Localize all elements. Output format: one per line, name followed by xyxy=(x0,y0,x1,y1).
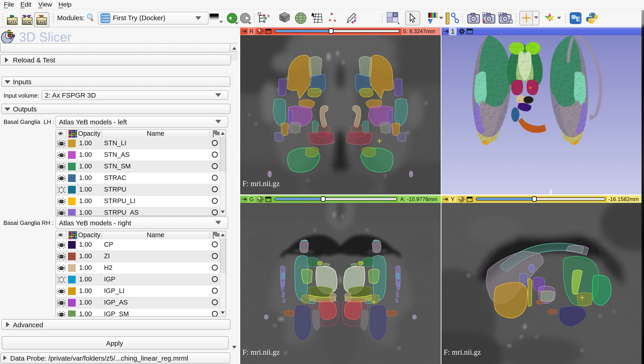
svg-text:*: * xyxy=(329,18,331,24)
svg-text:SAVE: SAVE xyxy=(37,21,46,24)
svg-text:DATA: DATA xyxy=(8,21,17,24)
svg-text:E: E xyxy=(576,15,580,23)
svg-text:Loadable: Loadable xyxy=(101,17,110,19)
svg-text:Template: Template xyxy=(101,20,110,22)
svg-text:*: * xyxy=(334,18,336,24)
svg-text:Scripted: Scripted xyxy=(101,14,110,17)
svg-text:DCM: DCM xyxy=(23,21,31,24)
